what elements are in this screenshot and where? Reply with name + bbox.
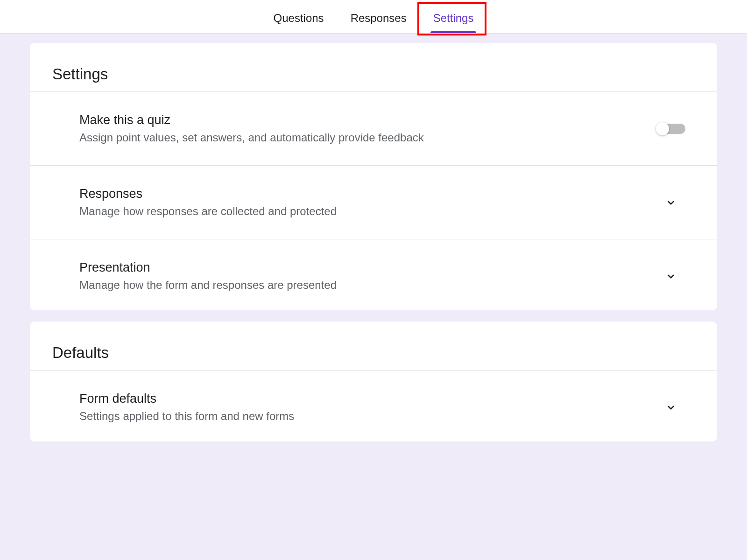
settings-card-title: Settings [30,57,717,92]
presentation-section[interactable]: Presentation Manage how the form and res… [30,239,717,296]
form-defaults-section-text: Form defaults Settings applied to this f… [79,392,655,423]
chevron-down-icon [665,270,677,282]
tabs-bar: Questions Responses Settings [0,0,747,34]
quiz-section: Make this a quiz Assign point values, se… [30,92,717,166]
presentation-subtitle: Manage how the form and responses are pr… [79,279,655,292]
responses-expand[interactable] [665,196,677,209]
tab-settings[interactable]: Settings [430,3,477,33]
responses-section-text: Responses Manage how responses are colle… [79,187,655,218]
form-defaults-title: Form defaults [79,392,655,406]
presentation-title: Presentation [79,260,655,275]
defaults-card-title: Defaults [30,336,717,371]
quiz-subtitle: Assign point values, set answers, and au… [79,131,657,144]
quiz-title: Make this a quiz [79,113,657,127]
presentation-section-text: Presentation Manage how the form and res… [79,260,655,292]
tab-questions[interactable]: Questions [271,3,327,33]
content-area: Settings Make this a quiz Assign point v… [0,34,747,462]
form-defaults-expand[interactable] [665,401,677,413]
settings-card: Settings Make this a quiz Assign point v… [30,43,717,310]
responses-subtitle: Manage how responses are collected and p… [79,205,655,218]
chevron-down-icon [665,401,677,413]
tab-responses[interactable]: Responses [348,3,409,33]
defaults-card: Defaults Form defaults Settings applied … [30,322,717,441]
chevron-down-icon [665,196,677,209]
quiz-section-text: Make this a quiz Assign point values, se… [79,113,657,144]
presentation-expand[interactable] [665,270,677,282]
quiz-toggle-knob [656,122,669,135]
responses-title: Responses [79,187,655,201]
form-defaults-subtitle: Settings applied to this form and new fo… [79,410,655,423]
form-defaults-section[interactable]: Form defaults Settings applied to this f… [30,371,717,427]
responses-section[interactable]: Responses Manage how responses are colle… [30,166,717,239]
quiz-toggle[interactable] [657,124,685,134]
